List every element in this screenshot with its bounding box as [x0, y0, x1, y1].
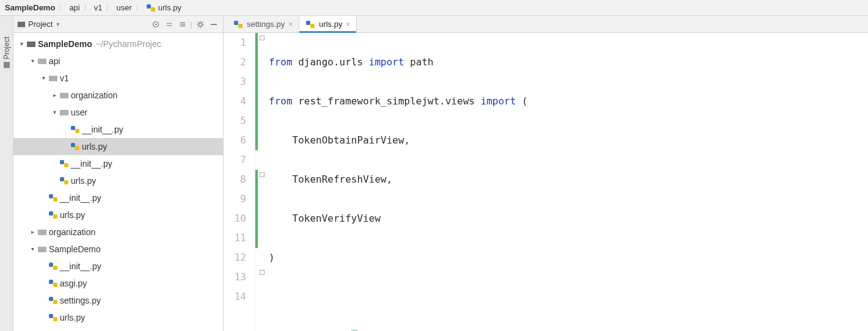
- hide-icon[interactable]: [208, 19, 219, 30]
- svg-rect-29: [53, 283, 57, 287]
- chevron-down-icon[interactable]: ▾: [28, 54, 37, 68]
- tree-node-file-selected[interactable]: urls.py: [13, 138, 223, 155]
- svg-rect-31: [53, 300, 57, 304]
- python-file-icon: [48, 209, 59, 220]
- python-file-icon: [59, 158, 70, 169]
- python-file-icon: [233, 20, 243, 29]
- svg-rect-35: [238, 24, 243, 28]
- folder-icon: [59, 90, 70, 101]
- tree-node-file[interactable]: urls.py: [13, 309, 223, 326]
- svg-rect-28: [49, 280, 53, 284]
- svg-rect-13: [75, 129, 79, 133]
- breadcrumb-seg-api[interactable]: api: [69, 3, 79, 12]
- tree-node-file[interactable]: __init__.py: [13, 189, 223, 206]
- svg-rect-20: [49, 194, 53, 198]
- tree-label: settings.py: [60, 294, 101, 307]
- python-file-icon: [48, 295, 59, 306]
- svg-rect-8: [38, 59, 46, 64]
- tree-label: organization: [49, 225, 95, 239]
- project-tree[interactable]: ▾ SampleDemo ~/PycharmProjec ▾ api ▾ v1 …: [13, 33, 223, 331]
- collapse-all-icon[interactable]: [177, 19, 188, 30]
- close-icon[interactable]: ×: [288, 20, 293, 29]
- svg-rect-18: [60, 177, 64, 181]
- tree-label: urls.py: [71, 174, 96, 187]
- tree-label: __init__.py: [71, 157, 112, 170]
- code-content[interactable]: from django.urls import path from rest_f…: [266, 33, 868, 331]
- chevron-down-icon[interactable]: ▾: [39, 71, 48, 85]
- fold-gutter[interactable]: [258, 33, 266, 331]
- tree-node-file[interactable]: settings.py: [13, 292, 223, 309]
- tree-label: __init__.py: [82, 123, 123, 136]
- svg-rect-6: [211, 24, 217, 25]
- svg-rect-30: [49, 297, 53, 301]
- chevron-down-icon[interactable]: ▾: [50, 106, 59, 119]
- expand-all-icon[interactable]: [164, 19, 175, 30]
- chevron-right-icon: 〉: [134, 3, 144, 12]
- tree-node-file[interactable]: __init__.py: [13, 155, 223, 172]
- project-tool-title[interactable]: Project ▼: [17, 20, 60, 29]
- folder-icon: [37, 244, 48, 255]
- python-file-icon: [48, 278, 59, 289]
- tree-label: urls.py: [82, 140, 107, 153]
- chevron-down-icon[interactable]: ▾: [17, 37, 26, 51]
- folder-icon: [59, 107, 70, 118]
- folder-icon: [26, 38, 37, 49]
- tree-node-organization[interactable]: ▸ organization: [13, 224, 223, 241]
- breadcrumb-seg-root[interactable]: SampleDemo: [5, 3, 55, 12]
- tool-window-tab-project[interactable]: Project: [1, 33, 12, 71]
- tree-label: organization: [71, 89, 117, 102]
- svg-rect-37: [310, 24, 315, 28]
- svg-rect-15: [75, 146, 79, 150]
- tree-node-file[interactable]: __init__.py: [13, 258, 223, 275]
- breadcrumb-seg-user[interactable]: user: [116, 3, 131, 12]
- tree-node-file[interactable]: urls.py: [13, 206, 223, 224]
- gear-icon[interactable]: [195, 19, 206, 30]
- tree-label: asgi.py: [60, 277, 87, 290]
- svg-rect-7: [27, 42, 35, 47]
- svg-rect-25: [38, 247, 46, 252]
- tree-label: SampleDemo: [49, 242, 101, 256]
- chevron-right-icon: 〉: [82, 3, 92, 12]
- tree-node-file[interactable]: __init__.py: [13, 121, 223, 138]
- tree-label: __init__.py: [60, 191, 101, 205]
- tree-node-organization[interactable]: ▸ organization: [13, 87, 223, 104]
- svg-rect-34: [234, 21, 238, 25]
- tree-node-api[interactable]: ▾ api: [13, 53, 223, 70]
- python-file-icon: [70, 124, 81, 135]
- tree-node-sampledemo[interactable]: ▾ SampleDemo: [13, 241, 223, 258]
- python-file-icon: [59, 175, 70, 186]
- tree-label: user: [71, 106, 87, 119]
- code-editor[interactable]: 1234567891011121314 from django.urls imp…: [224, 33, 868, 331]
- svg-rect-10: [60, 93, 68, 98]
- tree-node-root[interactable]: ▾ SampleDemo ~/PycharmProjec: [13, 35, 223, 53]
- svg-rect-27: [53, 266, 57, 270]
- tree-label: v1: [60, 71, 69, 85]
- tree-label: __init__.py: [60, 260, 101, 273]
- svg-point-4: [155, 23, 156, 25]
- tree-node-v1[interactable]: ▾ v1: [13, 70, 223, 87]
- svg-rect-14: [71, 143, 75, 147]
- tree-node-user[interactable]: ▾ user: [13, 104, 223, 121]
- locate-icon[interactable]: [150, 19, 161, 30]
- editor-tab-label: urls.py: [319, 20, 342, 29]
- editor-tab-label: settings.py: [247, 20, 285, 29]
- chevron-right-icon[interactable]: ▸: [28, 225, 37, 239]
- python-file-icon: [305, 20, 315, 29]
- chevron-down-icon[interactable]: ▾: [28, 242, 37, 256]
- project-tool-icon: [4, 62, 10, 68]
- breadcrumb-seg-v1[interactable]: v1: [94, 3, 103, 12]
- editor-tab-urls[interactable]: urls.py ×: [299, 16, 357, 32]
- editor-tab-settings[interactable]: settings.py ×: [227, 16, 299, 32]
- folder-icon: [37, 56, 48, 67]
- tree-node-file[interactable]: urls.py: [13, 172, 223, 189]
- tree-node-file[interactable]: asgi.py: [13, 275, 223, 292]
- svg-rect-22: [49, 211, 53, 216]
- line-number-gutter[interactable]: 1234567891011121314: [224, 33, 255, 331]
- chevron-right-icon[interactable]: ▸: [50, 89, 59, 102]
- python-file-icon: [70, 141, 81, 152]
- breadcrumb-seg-file[interactable]: urls.py: [146, 3, 181, 13]
- close-icon[interactable]: ×: [346, 20, 350, 29]
- svg-rect-2: [18, 21, 25, 27]
- chevron-right-icon: 〉: [104, 3, 114, 12]
- tree-label: api: [49, 54, 60, 68]
